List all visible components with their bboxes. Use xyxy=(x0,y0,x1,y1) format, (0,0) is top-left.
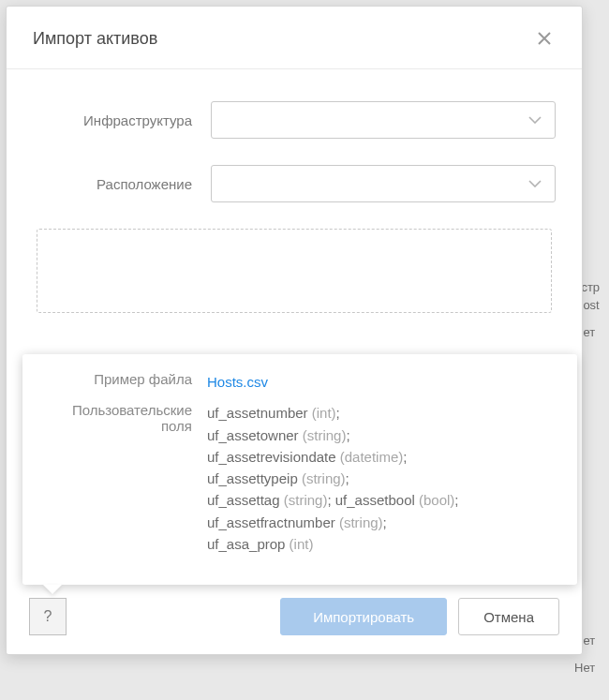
help-button[interactable]: ? xyxy=(29,598,67,635)
field-type: (string) xyxy=(303,427,347,443)
field-name: uf_asa_prop xyxy=(207,536,285,552)
dialog-header: Импорт активов xyxy=(7,7,582,69)
field-type: (datetime) xyxy=(340,449,404,465)
dialog-title: Импорт активов xyxy=(33,29,157,49)
cancel-button-label: Отмена xyxy=(483,609,534,625)
custom-fields-label: Пользовательские поля xyxy=(43,402,207,555)
field-name: uf_assetfractnumber xyxy=(207,514,335,530)
infrastructure-label: Инфраструктура xyxy=(33,112,211,128)
field-type: (string) xyxy=(339,514,383,530)
infrastructure-row: Инфраструктура xyxy=(33,101,556,139)
chevron-down-icon xyxy=(528,180,542,187)
chevron-down-icon xyxy=(528,116,542,124)
import-button[interactable]: Импортировать xyxy=(280,598,447,635)
field-name: uf_assettag xyxy=(207,492,280,508)
close-icon xyxy=(538,32,551,45)
field-line: uf_assetrevisiondate (datetime); xyxy=(207,446,557,468)
field-line: uf_asa_prop (int) xyxy=(207,533,557,555)
field-type: (int) xyxy=(312,405,336,421)
field-name: uf_assetowner xyxy=(207,427,299,443)
field-name: uf_assetbool xyxy=(335,492,415,508)
import-button-label: Импортировать xyxy=(313,609,414,625)
file-dropzone[interactable] xyxy=(37,229,552,313)
custom-fields-row: Пользовательские поля uf_assetnumber (in… xyxy=(43,402,557,555)
help-icon: ? xyxy=(44,608,52,625)
field-type: (string) xyxy=(302,470,346,486)
field-line: uf_assetowner (string); xyxy=(207,424,557,446)
location-select[interactable] xyxy=(211,165,556,202)
sample-file-label: Пример файла xyxy=(43,371,207,393)
custom-fields-list: uf_assetnumber (int);uf_assetowner (stri… xyxy=(207,402,557,555)
field-type: (int) xyxy=(290,536,314,552)
location-row: Расположение xyxy=(33,165,556,202)
bg-text: Нет xyxy=(572,661,609,675)
location-label: Расположение xyxy=(33,176,211,192)
field-line: uf_assettypeip (string); xyxy=(207,468,557,489)
field-name: uf_assettypeip xyxy=(207,470,298,486)
field-name: uf_assetrevisiondate xyxy=(207,449,336,465)
field-line: uf_assettag (string); uf_assetbool (bool… xyxy=(207,489,557,511)
field-line: uf_assetfractnumber (string); xyxy=(207,512,557,533)
sample-file-row: Пример файла Hosts.csv xyxy=(43,371,557,393)
help-popover: Пример файла Hosts.csv Пользовательские … xyxy=(22,354,577,585)
dialog-footer: ? Импортировать Отмена xyxy=(7,585,582,654)
cancel-button[interactable]: Отмена xyxy=(458,598,559,635)
infrastructure-select[interactable] xyxy=(211,101,556,139)
close-button[interactable] xyxy=(533,27,556,50)
field-name: uf_assetnumber xyxy=(207,405,308,421)
sample-file-link[interactable]: Hosts.csv xyxy=(207,374,268,390)
field-line: uf_assetnumber (int); xyxy=(207,402,557,424)
field-type: (bool) xyxy=(419,492,454,508)
field-type: (string) xyxy=(284,492,328,508)
